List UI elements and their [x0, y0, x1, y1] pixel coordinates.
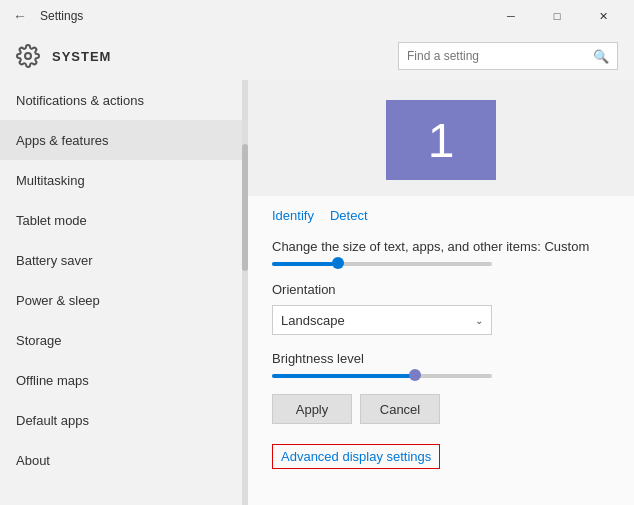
monitor-preview: 1	[248, 80, 634, 196]
chevron-down-icon: ⌄	[475, 315, 483, 326]
advanced-display-settings-link[interactable]: Advanced display settings	[272, 444, 440, 469]
back-button[interactable]: ←	[8, 4, 32, 28]
text-size-slider-track[interactable]	[272, 262, 492, 266]
text-size-label: Change the size of text, apps, and other…	[272, 239, 610, 254]
sidebar: Notifications & actions Apps & features …	[0, 80, 248, 505]
title-bar-title: Settings	[40, 9, 83, 23]
orientation-section: Orientation Landscape ⌄	[272, 282, 610, 335]
close-button[interactable]: ✕	[580, 0, 626, 32]
sidebar-scrollbar	[242, 80, 248, 505]
settings-content: Identify Detect Change the size of text,…	[248, 196, 634, 505]
minimize-button[interactable]: ─	[488, 0, 534, 32]
monitor-number: 1	[428, 113, 455, 168]
svg-point-0	[25, 53, 31, 59]
right-panel: 1 Identify Detect Change the size of tex…	[248, 80, 634, 505]
sidebar-item-battery[interactable]: Battery saver	[0, 240, 248, 280]
search-icon: 🔍	[593, 49, 609, 64]
sidebar-item-about[interactable]: About	[0, 440, 248, 480]
brightness-slider-track[interactable]	[272, 374, 492, 378]
search-input[interactable]	[407, 49, 593, 63]
sidebar-item-default-apps[interactable]: Default apps	[0, 400, 248, 440]
apply-button[interactable]: Apply	[272, 394, 352, 424]
brightness-section: Brightness level	[272, 351, 610, 378]
orientation-label: Orientation	[272, 282, 610, 297]
orientation-value: Landscape	[281, 313, 345, 328]
maximize-button[interactable]: □	[534, 0, 580, 32]
sidebar-item-offline-maps[interactable]: Offline maps	[0, 360, 248, 400]
gear-icon	[16, 44, 40, 68]
cancel-button[interactable]: Cancel	[360, 394, 440, 424]
sidebar-item-notifications[interactable]: Notifications & actions	[0, 80, 248, 120]
sidebar-item-multitasking[interactable]: Multitasking	[0, 160, 248, 200]
sidebar-item-power[interactable]: Power & sleep	[0, 280, 248, 320]
orientation-dropdown[interactable]: Landscape ⌄	[272, 305, 492, 335]
button-row: Apply Cancel	[272, 394, 610, 424]
brightness-label: Brightness level	[272, 351, 610, 366]
identify-link[interactable]: Identify	[272, 208, 314, 223]
brightness-slider-fill	[272, 374, 415, 378]
text-size-slider-thumb[interactable]	[332, 257, 344, 269]
header-row: SYSTEM 🔍	[0, 32, 634, 80]
title-bar-controls: ─ □ ✕	[488, 0, 626, 32]
brightness-slider-thumb[interactable]	[409, 369, 421, 381]
text-size-slider-fill	[272, 262, 338, 266]
title-bar: ← Settings ─ □ ✕	[0, 0, 634, 32]
sidebar-scrollbar-thumb	[242, 144, 248, 272]
identify-detect-row: Identify Detect	[272, 208, 610, 223]
text-size-section: Change the size of text, apps, and other…	[272, 239, 610, 266]
monitor-box: 1	[386, 100, 496, 180]
detect-link[interactable]: Detect	[330, 208, 368, 223]
sidebar-item-tablet-mode[interactable]: Tablet mode	[0, 200, 248, 240]
search-box[interactable]: 🔍	[398, 42, 618, 70]
system-title: SYSTEM	[52, 49, 111, 64]
sidebar-item-apps[interactable]: Apps & features	[0, 120, 248, 160]
sidebar-item-storage[interactable]: Storage	[0, 320, 248, 360]
main-content: Notifications & actions Apps & features …	[0, 80, 634, 505]
title-bar-left: ← Settings	[8, 4, 83, 28]
